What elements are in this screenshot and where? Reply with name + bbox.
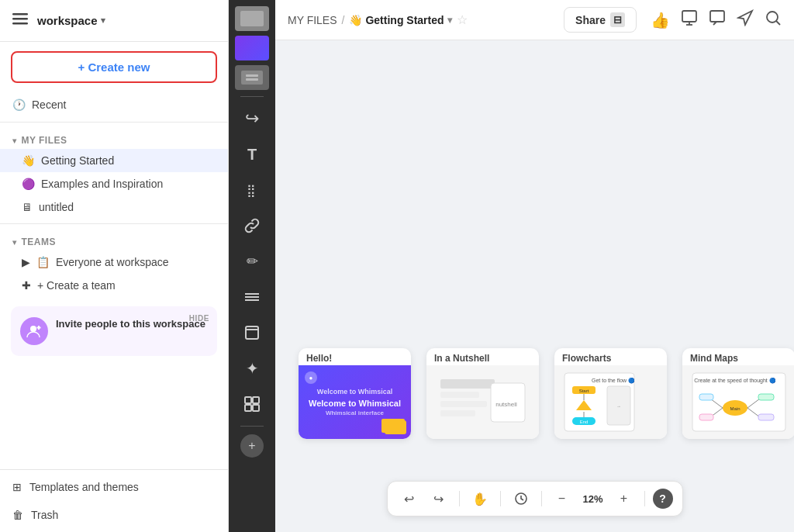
svg-rect-43 [699, 394, 713, 400]
like-icon[interactable]: 👍 [651, 11, 670, 29]
card-hello-label: Hello! [299, 348, 411, 365]
search-icon[interactable] [765, 9, 782, 30]
tool-separator-2 [240, 426, 264, 427]
workspace-chevron-icon: ▾ [101, 16, 105, 26]
tool-pen-button[interactable]: ✏ [235, 244, 269, 278]
svg-text:Get to the flow 🔵: Get to the flow 🔵 [592, 377, 635, 384]
workspace-selector[interactable]: workspace ▾ [37, 14, 105, 27]
invite-banner-wrapper: Invite people to this workspace HIDE [0, 306, 228, 356]
card-hello[interactable]: Hello! Welcome to Whimsical Welcome to W… [299, 348, 411, 439]
svg-rect-1 [12, 18, 28, 20]
hand-tool-button[interactable]: ✋ [468, 486, 492, 511]
templates-label: Templates and themes [29, 481, 139, 493]
tool-add-button[interactable]: + [240, 434, 264, 458]
card-mindmaps-label: Mind Maps [682, 348, 794, 365]
tool-text-button[interactable]: T [235, 137, 269, 171]
sidebar-item-create-team[interactable]: ✚ + Create a team [0, 274, 228, 297]
share-label: Share [575, 14, 606, 26]
zoom-in-button[interactable]: + [612, 486, 637, 511]
card-mindmaps-thumb: Create at the speed of thought 🔵 Main [682, 365, 794, 439]
trash-icon: 🗑 [12, 509, 23, 521]
sidebar-item-examples[interactable]: 🟣 Examples and Inspiration [0, 172, 228, 195]
share-button[interactable]: Share ⊟ [564, 7, 637, 33]
hide-button[interactable]: HIDE [189, 314, 209, 323]
toolbar-divider-3 [541, 491, 542, 506]
create-new-button[interactable]: + Create new [11, 51, 217, 83]
present-icon[interactable] [681, 9, 698, 30]
hello-badge [381, 419, 405, 433]
breadcrumb-separator: / [342, 14, 345, 26]
flowcharts-svg: Get to the flow 🔵 Start End → [561, 369, 661, 435]
tool-sparkle-button[interactable]: ✦ [235, 351, 269, 385]
teams-label: TEAMS [21, 237, 55, 247]
tool-layout-button[interactable] [235, 387, 269, 421]
card-nutshell-thumb: nutshell [426, 365, 539, 439]
examples-label: Examples and Inspiration [41, 178, 163, 190]
recent-icon: 🕐 [12, 98, 26, 111]
thumbnail-2[interactable] [235, 36, 269, 60]
breadcrumb: MY FILES / 👋 Getting Started ▾ ☆ [288, 12, 468, 27]
sidebar-item-recent[interactable]: 🕐 Recent [0, 92, 228, 117]
everyone-label: Everyone at workspace [56, 256, 169, 268]
hamburger-icon[interactable] [12, 11, 28, 30]
create-team-label: + Create a team [37, 279, 116, 292]
teams-section: ▾ TEAMS [0, 229, 228, 250]
sidebar-item-untitled[interactable]: 🖥 untitled [0, 195, 228, 219]
hello-title: Welcome to Whimsical [309, 399, 401, 408]
comment-icon[interactable] [709, 9, 726, 30]
everyone-expand-icon: ▶ [22, 256, 30, 268]
trash-item[interactable]: 🗑 Trash [0, 501, 228, 529]
tool-grid-button[interactable]: ⣿ [235, 173, 269, 207]
send-icon[interactable] [737, 9, 754, 30]
breadcrumb-current-page[interactable]: 👋 Getting Started ▾ [349, 14, 451, 26]
tool-arrow-button[interactable]: ↪ [235, 102, 269, 136]
svg-text:Main: Main [730, 406, 740, 411]
my-files-chevron-icon: ▾ [12, 136, 16, 145]
create-new-label: + Create new [78, 60, 150, 74]
svg-rect-47 [758, 394, 774, 400]
tool-separator-1 [240, 96, 264, 97]
sidebar-nav: 🕐 Recent ▾ MY FILES 👋 Getting Started 🟣 … [0, 92, 228, 469]
card-nutshell[interactable]: In a Nutshell nutshell [426, 348, 539, 439]
breadcrumb-my-files[interactable]: MY FILES [288, 14, 337, 26]
svg-rect-9 [246, 326, 258, 339]
tool-lines-button[interactable] [235, 280, 269, 314]
thumbnail-3[interactable] [235, 65, 269, 90]
trash-label: Trash [31, 509, 58, 521]
breadcrumb-star-icon[interactable]: ☆ [457, 12, 468, 27]
redo-button[interactable]: ↪ [426, 486, 451, 511]
svg-text:→: → [616, 404, 621, 409]
workspace-name: workspace [37, 14, 98, 27]
svg-rect-12 [253, 397, 259, 403]
zoom-level: 12% [579, 493, 607, 505]
my-files-label: MY FILES [21, 135, 67, 146]
sidebar-footer: ⊞ Templates and themes 🗑 Trash [0, 469, 228, 532]
create-team-icon: ✚ [22, 279, 31, 292]
sidebar-item-getting-started[interactable]: 👋 Getting Started [0, 149, 228, 172]
current-page-label: Getting Started [365, 14, 444, 26]
topbar-icons: 👍 [651, 9, 782, 30]
main-area: MY FILES / 👋 Getting Started ▾ ☆ Share ⊟… [275, 0, 794, 532]
invite-banner[interactable]: Invite people to this workspace HIDE [11, 306, 217, 356]
svg-rect-22 [440, 392, 479, 398]
getting-started-icon: 👋 [22, 154, 35, 167]
undo-button[interactable]: ↩ [397, 486, 422, 511]
zoom-out-button[interactable]: − [550, 486, 575, 511]
card-flowcharts-label: Flowcharts [554, 348, 667, 365]
hello-subtitle: Welcome to Whimsical [317, 388, 392, 396]
topbar: MY FILES / 👋 Getting Started ▾ ☆ Share ⊟… [275, 0, 794, 40]
tool-frame-button[interactable] [235, 316, 269, 350]
help-button[interactable]: ? [653, 489, 673, 509]
card-flowcharts-thumb: Get to the flow 🔵 Start End → [554, 365, 667, 439]
history-button[interactable] [509, 486, 533, 511]
sidebar-item-everyone[interactable]: ▶ 📋 Everyone at workspace [0, 250, 228, 274]
card-flowcharts[interactable]: Flowcharts Get to the flow 🔵 Start End [554, 348, 667, 439]
everyone-team-icon: 📋 [36, 256, 50, 268]
tool-link-button[interactable] [235, 209, 269, 243]
invite-title: Invite people to this workspace [56, 317, 205, 331]
invite-avatar-icon [20, 317, 48, 345]
card-mindmaps[interactable]: Mind Maps Create at the speed of thought… [682, 348, 794, 439]
svg-rect-45 [699, 414, 713, 420]
thumbnail-1[interactable] [235, 6, 269, 31]
templates-item[interactable]: ⊞ Templates and themes [0, 473, 228, 501]
